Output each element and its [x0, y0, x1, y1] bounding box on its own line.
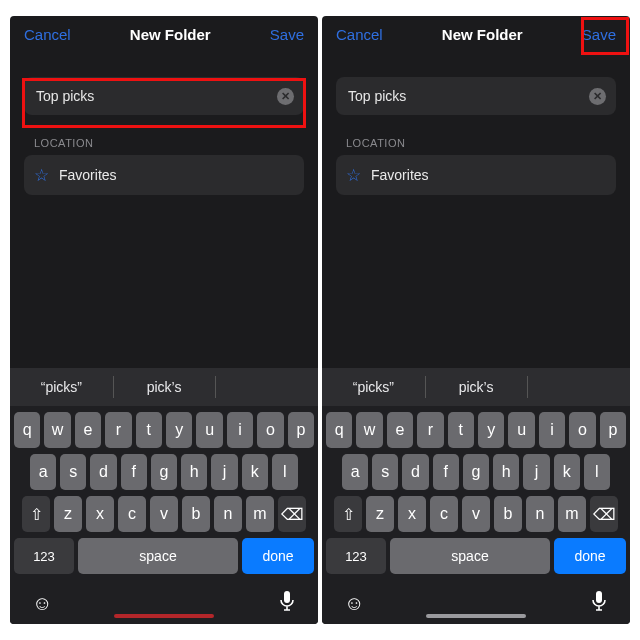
mic-icon[interactable]: [590, 590, 608, 617]
key-m[interactable]: m: [558, 496, 586, 532]
key-i[interactable]: i: [539, 412, 565, 448]
key-j[interactable]: j: [523, 454, 549, 490]
key-p[interactable]: p: [600, 412, 626, 448]
key-b[interactable]: b: [182, 496, 210, 532]
key-g[interactable]: g: [151, 454, 177, 490]
done-key[interactable]: done: [554, 538, 626, 574]
key-p[interactable]: p: [288, 412, 314, 448]
suggestion[interactable]: [215, 368, 318, 406]
key-u[interactable]: u: [196, 412, 222, 448]
keyboard-area: “picks” pick’s qwertyuiop asdfghjkl ⇧zxc…: [322, 368, 630, 624]
cancel-button[interactable]: Cancel: [24, 26, 71, 43]
key-w[interactable]: w: [356, 412, 382, 448]
folder-name-input[interactable]: [346, 87, 589, 105]
key-c[interactable]: c: [430, 496, 458, 532]
phone-screen-right: Cancel New Folder Save ✕ LOCATION ☆ Favo…: [322, 16, 630, 624]
delete-key[interactable]: ⌫: [590, 496, 618, 532]
key-f[interactable]: f: [121, 454, 147, 490]
key-k[interactable]: k: [242, 454, 268, 490]
home-indicator: [114, 614, 214, 618]
space-key[interactable]: space: [78, 538, 238, 574]
location-header: LOCATION: [24, 137, 304, 149]
save-button[interactable]: Save: [270, 26, 304, 43]
done-key[interactable]: done: [242, 538, 314, 574]
mic-icon[interactable]: [278, 590, 296, 617]
home-indicator: [426, 614, 526, 618]
emoji-icon[interactable]: ☺: [32, 592, 52, 615]
svg-rect-0: [284, 591, 290, 603]
key-y[interactable]: y: [166, 412, 192, 448]
page-title: New Folder: [442, 26, 523, 43]
suggestion[interactable]: [527, 368, 630, 406]
key-a[interactable]: a: [342, 454, 368, 490]
suggestion-bar: “picks” pick’s: [322, 368, 630, 406]
keyboard[interactable]: qwertyuiop asdfghjkl ⇧zxcvbnm⌫ 123 space…: [322, 406, 630, 582]
numbers-key[interactable]: 123: [14, 538, 74, 574]
key-e[interactable]: e: [387, 412, 413, 448]
key-l[interactable]: l: [584, 454, 610, 490]
key-o[interactable]: o: [257, 412, 283, 448]
key-i[interactable]: i: [227, 412, 253, 448]
phone-screen-left: Cancel New Folder Save ✕ LOCATION ☆ Favo…: [10, 16, 318, 624]
key-z[interactable]: z: [54, 496, 82, 532]
key-x[interactable]: x: [86, 496, 114, 532]
key-g[interactable]: g: [463, 454, 489, 490]
folder-name-input[interactable]: [34, 87, 277, 105]
location-label: Favorites: [59, 167, 117, 183]
key-h[interactable]: h: [181, 454, 207, 490]
key-t[interactable]: t: [136, 412, 162, 448]
key-l[interactable]: l: [272, 454, 298, 490]
key-h[interactable]: h: [493, 454, 519, 490]
key-n[interactable]: n: [214, 496, 242, 532]
key-d[interactable]: d: [402, 454, 428, 490]
key-z[interactable]: z: [366, 496, 394, 532]
key-s[interactable]: s: [372, 454, 398, 490]
key-c[interactable]: c: [118, 496, 146, 532]
key-a[interactable]: a: [30, 454, 56, 490]
key-q[interactable]: q: [14, 412, 40, 448]
navbar: Cancel New Folder Save: [10, 16, 318, 51]
suggestion[interactable]: pick’s: [425, 368, 528, 406]
folder-name-field[interactable]: ✕: [24, 77, 304, 115]
keyboard[interactable]: qwertyuiop asdfghjkl ⇧zxcvbnm⌫ 123 space…: [10, 406, 318, 582]
key-v[interactable]: v: [462, 496, 490, 532]
key-n[interactable]: n: [526, 496, 554, 532]
page-title: New Folder: [130, 26, 211, 43]
key-j[interactable]: j: [211, 454, 237, 490]
key-f[interactable]: f: [433, 454, 459, 490]
key-m[interactable]: m: [246, 496, 274, 532]
space-key[interactable]: space: [390, 538, 550, 574]
key-o[interactable]: o: [569, 412, 595, 448]
suggestion[interactable]: pick’s: [113, 368, 216, 406]
key-t[interactable]: t: [448, 412, 474, 448]
folder-name-field[interactable]: ✕: [336, 77, 616, 115]
cancel-button[interactable]: Cancel: [336, 26, 383, 43]
key-w[interactable]: w: [44, 412, 70, 448]
location-row[interactable]: ☆ Favorites: [24, 155, 304, 195]
key-d[interactable]: d: [90, 454, 116, 490]
clear-icon[interactable]: ✕: [589, 88, 606, 105]
key-r[interactable]: r: [417, 412, 443, 448]
shift-key[interactable]: ⇧: [22, 496, 50, 532]
svg-rect-1: [596, 591, 602, 603]
suggestion[interactable]: “picks”: [10, 368, 113, 406]
key-b[interactable]: b: [494, 496, 522, 532]
key-v[interactable]: v: [150, 496, 178, 532]
save-button[interactable]: Save: [582, 26, 616, 43]
delete-key[interactable]: ⌫: [278, 496, 306, 532]
key-r[interactable]: r: [105, 412, 131, 448]
emoji-icon[interactable]: ☺: [344, 592, 364, 615]
star-icon: ☆: [346, 165, 361, 186]
key-u[interactable]: u: [508, 412, 534, 448]
numbers-key[interactable]: 123: [326, 538, 386, 574]
location-row[interactable]: ☆ Favorites: [336, 155, 616, 195]
shift-key[interactable]: ⇧: [334, 496, 362, 532]
key-k[interactable]: k: [554, 454, 580, 490]
key-e[interactable]: e: [75, 412, 101, 448]
key-y[interactable]: y: [478, 412, 504, 448]
key-x[interactable]: x: [398, 496, 426, 532]
key-q[interactable]: q: [326, 412, 352, 448]
suggestion[interactable]: “picks”: [322, 368, 425, 406]
clear-icon[interactable]: ✕: [277, 88, 294, 105]
key-s[interactable]: s: [60, 454, 86, 490]
